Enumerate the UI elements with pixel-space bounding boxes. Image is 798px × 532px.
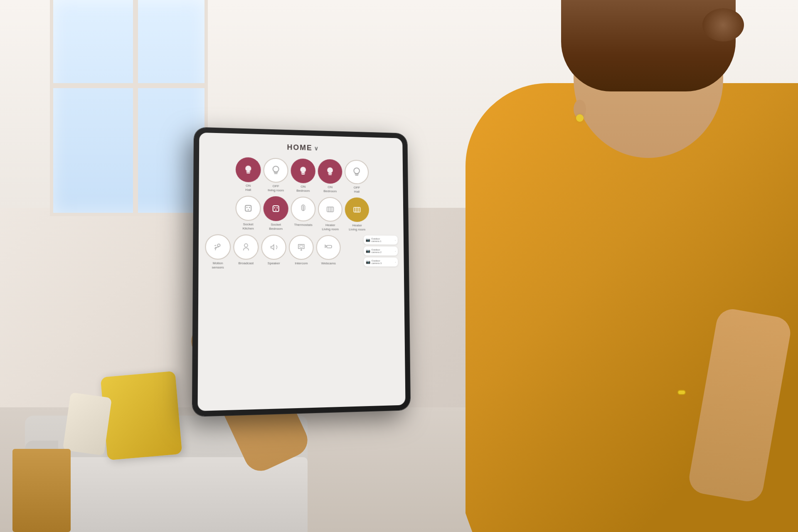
light-on-bedroom1-icon <box>291 158 315 183</box>
device-heater-livingroom2[interactable]: HeaterLiving room <box>345 197 369 232</box>
svg-point-9 <box>274 207 275 209</box>
webcams-label: Webcams <box>321 261 336 266</box>
lights-row: ONHall OFFliving room ONBedroom <box>205 156 397 194</box>
camera-item-1[interactable]: 📷 Outdoorcamera 1 › <box>364 236 398 245</box>
broadcast-label: Broadcast <box>238 261 254 266</box>
light-on-hall-icon <box>236 157 261 182</box>
person-hair-bun <box>702 8 744 42</box>
camera-side-panel: 📷 Outdoorcamera 1 › 📷 Outdoorcamera 2 › … <box>364 236 398 270</box>
light-off-hall-label: OFFHall <box>354 186 360 194</box>
device-on-bedroom1[interactable]: ONBedroom <box>291 158 315 193</box>
socket-kitchen-icon <box>236 196 261 221</box>
light-off-livingroom-label: OFFliving room <box>268 184 284 192</box>
svg-point-21 <box>244 244 248 247</box>
light-on-bedroom1-label: ONBedroom <box>296 185 310 192</box>
sockets-row: SocketKitchen SocketBedroom Thermostats <box>205 195 398 232</box>
sofa-pillow-yellow <box>101 371 182 461</box>
device-motion-sensors[interactable]: Motionsensors <box>205 234 231 270</box>
speaker-label: Speaker <box>268 261 280 266</box>
bottom-area: Motionsensors Broadcast Speaker <box>205 234 398 270</box>
motion-sensors-label: Motionsensors <box>212 261 224 270</box>
heater-livingroom2-icon <box>345 197 369 222</box>
camera-item-2[interactable]: 📷 Outdoorcamera 2 › <box>364 246 398 256</box>
tablet-device: HOME ∨ ONHall OFFliving room <box>192 127 410 416</box>
app-title: HOME <box>287 143 313 152</box>
svg-rect-23 <box>327 246 332 248</box>
speaker-icon <box>261 235 286 260</box>
device-off-livingroom[interactable]: OFFliving room <box>264 158 288 192</box>
thermostats-label: Thermostats <box>294 223 313 227</box>
device-webcams[interactable]: Webcams <box>316 235 340 270</box>
motion-sensors-icon <box>205 234 231 260</box>
person-ring <box>677 390 686 395</box>
app-title-bar: HOME ∨ <box>287 143 319 153</box>
socket-bedroom-label: SocketBedroom <box>269 223 283 231</box>
intercom-icon <box>289 235 314 260</box>
tablet-outer-frame: HOME ∨ ONHall OFFliving room <box>192 127 410 416</box>
camera1-arrow: › <box>395 239 396 241</box>
camera2-arrow: › <box>395 250 396 252</box>
svg-point-0 <box>245 165 251 171</box>
sensors-row: Motionsensors Broadcast Speaker <box>205 234 361 270</box>
window <box>50 0 208 216</box>
socket-kitchen-label: SocketKitchen <box>243 222 254 231</box>
title-dropdown-arrow[interactable]: ∨ <box>314 145 319 152</box>
device-thermostats[interactable]: Thermostats <box>291 197 316 231</box>
camera3-icon: 📷 <box>366 260 370 264</box>
camera3-arrow: › <box>395 261 396 264</box>
heater-livingroom-icon <box>318 197 342 222</box>
device-broadcast[interactable]: Broadcast <box>233 234 259 269</box>
light-off-livingroom-icon <box>264 158 288 183</box>
window-frame-vertical <box>133 0 138 216</box>
side-table <box>12 449 71 532</box>
camera1-icon: 📷 <box>366 238 370 242</box>
device-heater-livingroom[interactable]: HeaterLiving room <box>318 197 342 232</box>
device-socket-bedroom[interactable]: SocketBedroom <box>264 196 288 231</box>
intercom-label: Intercom <box>295 261 308 266</box>
device-intercom[interactable]: Intercom <box>289 235 314 269</box>
sofa-pillow-small <box>63 392 112 456</box>
svg-point-20 <box>217 244 220 246</box>
svg-point-10 <box>276 207 278 209</box>
svg-point-1 <box>273 166 279 172</box>
camera3-label: Outdoorcamera 3 <box>372 260 382 265</box>
camera2-label: Outdoorcamera 2 <box>372 249 382 254</box>
light-off-hall-icon <box>345 160 369 185</box>
light-on-bedroom2-icon <box>318 159 342 184</box>
thermostats-icon <box>291 197 316 222</box>
svg-rect-22 <box>300 245 303 247</box>
device-on-bedroom2[interactable]: ONBedroom <box>318 159 342 194</box>
heater-livingroom2-label: HeaterLiving room <box>349 224 365 232</box>
camera-item-3[interactable]: 📷 Outdoorcamera 3 › <box>364 258 398 267</box>
camera1-label: Outdoorcamera 1 <box>371 238 381 243</box>
svg-point-3 <box>327 167 333 173</box>
heater-livingroom-label: HeaterLiving room <box>322 223 339 231</box>
window-frame <box>50 83 208 88</box>
light-on-hall-label: ONHall <box>245 184 251 192</box>
svg-point-7 <box>249 207 250 208</box>
light-on-bedroom2-label: ONBedroom <box>323 185 337 193</box>
webcams-icon <box>316 235 340 260</box>
person-earring <box>576 114 584 122</box>
svg-point-6 <box>246 207 248 208</box>
svg-point-4 <box>354 168 360 174</box>
svg-point-2 <box>300 167 306 172</box>
socket-bedroom-icon <box>264 196 288 221</box>
device-off-hall[interactable]: OFFHall <box>345 160 369 194</box>
device-socket-kitchen[interactable]: SocketKitchen <box>236 196 261 231</box>
device-speaker[interactable]: Speaker <box>261 235 286 270</box>
camera2-icon: 📷 <box>366 249 370 253</box>
broadcast-icon <box>233 234 259 260</box>
tablet-screen: HOME ∨ ONHall OFFliving room <box>198 133 406 411</box>
device-on-hall[interactable]: ONHall <box>236 157 261 192</box>
